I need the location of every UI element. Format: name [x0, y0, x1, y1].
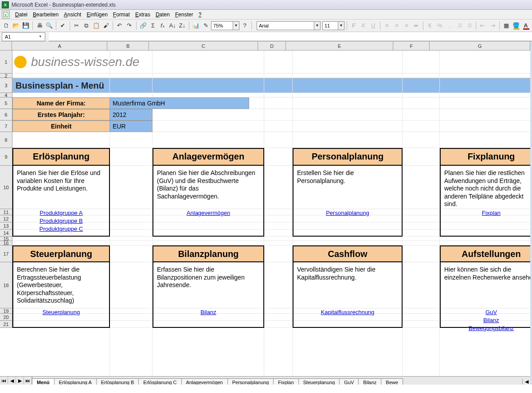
sort-asc-icon[interactable]: A↓ — [168, 21, 177, 31]
info-value[interactable]: Musterfirma GmbH — [110, 97, 249, 109]
copy-icon[interactable]: ⧉ — [82, 21, 91, 31]
link-kapitalflussrechnung[interactable]: Kapitalflussrechnung — [297, 308, 398, 316]
comma-icon[interactable]: , — [445, 21, 454, 31]
cut-icon[interactable]: ✂ — [72, 21, 81, 31]
format-painter-icon[interactable]: 🖌 — [102, 21, 110, 31]
chart-icon[interactable]: 📊 — [192, 21, 200, 31]
spellcheck-icon[interactable]: ✔ — [59, 21, 67, 31]
row-head-16[interactable]: 16 — [0, 241, 12, 245]
row-head-4[interactable]: 4 — [0, 93, 12, 97]
tab-nav-prev-icon[interactable]: ◀ — [8, 377, 16, 385]
redo-icon[interactable]: ↷ — [125, 21, 134, 31]
font-name-input[interactable]: Arial — [257, 21, 314, 30]
increase-indent-icon[interactable]: ⇥ — [488, 21, 497, 31]
tab-nav-first-icon[interactable]: ⏮ — [0, 377, 8, 385]
decrease-indent-icon[interactable]: ⇤ — [478, 21, 487, 31]
tab-nav-last-icon[interactable]: ⏭ — [24, 377, 32, 385]
sort-desc-icon[interactable]: Z↓ — [178, 21, 187, 31]
save-icon[interactable]: 💾 — [21, 21, 30, 31]
menu-?[interactable]: ? — [196, 11, 204, 19]
link-personalplanung[interactable]: Personalplanung — [297, 209, 398, 217]
col-head-B[interactable]: B — [107, 42, 149, 50]
row-head-21[interactable]: 21 — [0, 321, 12, 328]
sheet-tab-erlösplanung-c[interactable]: Erlösplanung C — [138, 378, 181, 385]
undo-icon[interactable]: ↶ — [115, 21, 124, 31]
col-head-G[interactable]: G — [430, 42, 530, 50]
row-head-12[interactable]: 12 — [0, 215, 12, 222]
col-head-D[interactable]: D — [258, 42, 286, 50]
name-box[interactable]: A1 ▼ — [2, 32, 45, 41]
align-left-icon[interactable]: ≡ — [383, 21, 391, 31]
menu-einfügen[interactable]: Einfügen — [84, 11, 110, 19]
link-produktgruppe-b[interactable]: Produktgruppe B — [17, 217, 106, 225]
percent-icon[interactable]: % — [435, 21, 444, 31]
sheet-tab-steuerplanung[interactable]: Steuerplanung — [298, 378, 340, 385]
row-head-6[interactable]: 6 — [0, 109, 12, 121]
bold-icon[interactable]: F — [349, 21, 358, 31]
col-head-F[interactable]: F — [393, 42, 430, 50]
sheet-tab-erlösplanung-a[interactable]: Erlösplanung A — [54, 378, 97, 385]
menu-bearbeiten[interactable]: Bearbeiten — [30, 11, 61, 19]
increase-decimal-icon[interactable]: .0 — [455, 21, 464, 31]
formula-input[interactable] — [49, 32, 532, 41]
sheet-tab-fixplan[interactable]: Fixplan — [273, 378, 298, 385]
link-fixplan[interactable]: Fixplan — [444, 209, 532, 217]
link-bilanz[interactable]: Bilanz — [157, 308, 260, 316]
hyperlink-icon[interactable]: 🔗 — [139, 21, 148, 31]
borders-icon[interactable]: ▦ — [502, 21, 511, 31]
tab-nav-next-icon[interactable]: ▶ — [16, 377, 24, 385]
align-right-icon[interactable]: ≡ — [402, 21, 411, 31]
info-value[interactable]: 2012 — [110, 109, 153, 121]
menu-daten[interactable]: Daten — [153, 11, 172, 19]
link-bewegungsbilanz[interactable]: Bewegungsbilanz — [444, 324, 532, 332]
sheet-tab-personalplanung[interactable]: Personalplanung — [227, 378, 274, 385]
print-icon[interactable]: 🖶 — [35, 21, 44, 31]
link-produktgruppe-a[interactable]: Produktgruppe A — [17, 209, 106, 217]
row-head-2[interactable]: 2 — [0, 74, 12, 78]
row-head-5[interactable]: 5 — [0, 97, 12, 109]
function-icon[interactable]: fₓ — [158, 21, 167, 31]
row-head-1[interactable]: 1 — [0, 51, 12, 74]
underline-icon[interactable]: U — [369, 21, 378, 31]
zoom-control[interactable]: 75% ▼ — [211, 21, 239, 30]
menu-datei[interactable]: Datei — [12, 11, 30, 19]
row-head-18[interactable]: 18 — [0, 262, 12, 308]
zoom-dropdown-icon[interactable]: ▼ — [233, 21, 239, 30]
worksheet-grid[interactable]: ABCDEFG 12345678910111213141516171819202… — [0, 42, 532, 385]
sheet-tab-menü[interactable]: Menü — [32, 378, 55, 385]
autosum-icon[interactable]: Σ — [149, 21, 157, 31]
sheet-tab-bewe[interactable]: Bewe — [381, 378, 403, 385]
row-head-7[interactable]: 7 — [0, 121, 12, 132]
align-center-icon[interactable]: ≡ — [392, 21, 401, 31]
print-preview-icon[interactable]: 🔍 — [45, 21, 54, 31]
row-head-19[interactable]: 19 — [0, 308, 12, 314]
name-box-dropdown-icon[interactable]: ▼ — [39, 35, 42, 39]
link-anlagevermögen[interactable]: Anlagevermögen — [157, 209, 260, 217]
row-head-17[interactable]: 17 — [0, 245, 12, 262]
font-size-dropdown-icon[interactable]: ▼ — [338, 21, 344, 30]
tab-scroll-right-icon[interactable]: ◀ — [522, 379, 530, 385]
select-all-corner[interactable] — [0, 42, 12, 51]
link-bilanz[interactable]: Bilanz — [444, 316, 532, 324]
col-head-E[interactable]: E — [286, 42, 393, 50]
open-icon[interactable]: 📂 — [12, 21, 20, 31]
sheet-tab-guv[interactable]: GuV — [339, 378, 359, 385]
sheet-tab-erlösplanung-b[interactable]: Erlösplanung B — [96, 378, 139, 385]
col-head-A[interactable]: A — [12, 42, 107, 50]
menu-ansicht[interactable]: Ansicht — [61, 11, 84, 19]
row-head-9[interactable]: 9 — [0, 148, 12, 166]
link-steuerplanung[interactable]: Steuerplanung — [17, 308, 106, 316]
link-produktgruppe-c[interactable]: Produktgruppe C — [17, 225, 106, 233]
row-head-13[interactable]: 13 — [0, 222, 12, 230]
col-head-C[interactable]: C — [149, 42, 258, 50]
paste-icon[interactable]: 📋 — [92, 21, 101, 31]
sheet-tab-anlagevermögen[interactable]: Anlagevermögen — [181, 378, 228, 385]
menu-format[interactable]: Format — [110, 11, 133, 19]
italic-icon[interactable]: K — [359, 21, 368, 31]
drawing-icon[interactable]: ✎ — [201, 21, 210, 31]
decrease-decimal-icon[interactable]: .0 — [465, 21, 473, 31]
new-icon[interactable]: 🗋 — [2, 21, 11, 31]
row-head-8[interactable]: 8 — [0, 132, 12, 148]
row-head-3[interactable]: 3 — [0, 78, 12, 93]
font-color-icon[interactable]: A — [521, 21, 530, 31]
